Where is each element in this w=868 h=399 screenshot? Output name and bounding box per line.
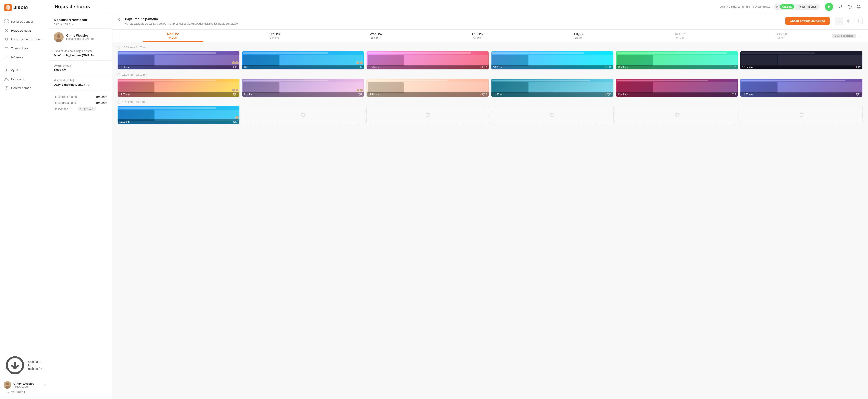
cup-icon <box>300 112 306 118</box>
day-thursday[interactable]: Thu, 25 0h 0m <box>426 30 528 42</box>
play-icon <box>828 5 831 8</box>
screenshot-overlay: 10:38 am ⚠ 2 <box>491 65 613 69</box>
add-time-button[interactable]: Añadir entrada de tiempo <box>785 17 830 25</box>
screenshot-time-10-49: 10:49 am <box>618 66 628 68</box>
user-face <box>232 61 235 64</box>
screenshot-count-badge: ⚠ 2 <box>729 93 736 96</box>
user-face <box>236 61 239 64</box>
list-view-button[interactable] <box>835 17 843 25</box>
friday-label: Fri, 26 <box>530 32 627 36</box>
schedule-select[interactable]: Daily Schedule(Default) <box>54 83 107 86</box>
next-day-button[interactable]: › <box>858 30 863 42</box>
right-panel: Capturas de pantalla Ver las capturas de… <box>112 13 868 399</box>
dollar-view-button[interactable] <box>845 17 853 25</box>
main-nav: Panel de control Hojas de horas Localiza… <box>0 15 49 352</box>
prev-day-button[interactable]: ‹ <box>117 30 122 42</box>
user-face <box>356 89 360 92</box>
day-saturday[interactable]: Sat, 27 0h 0m <box>629 30 731 42</box>
play-triangle-icon <box>776 5 779 8</box>
sidebar-item-people[interactable]: Personas <box>0 74 49 84</box>
screenshot-time-10-54: 10:54 am <box>742 66 752 68</box>
count-label: 2 <box>735 66 736 68</box>
user-face <box>360 61 363 64</box>
screenshot-11-43[interactable]: 11:43 am ⚠ 2 <box>616 78 738 97</box>
split-day-label: Dividir jornada <box>54 64 107 67</box>
panel-title: Resumen semanal <box>54 18 107 22</box>
time-block-3: 12:00 pm - 1:00 pm <box>117 100 863 124</box>
sidebar-item-dashboard[interactable]: Panel de control <box>0 17 49 26</box>
day-sunday[interactable]: Sun, 28 0h 0m <box>731 30 832 42</box>
help-icon-button[interactable] <box>846 3 854 11</box>
report-icon <box>4 55 8 59</box>
warning-icon: ⚠ <box>480 93 482 96</box>
user-faces <box>236 116 239 119</box>
days-container: Mon, 22 9h 28m Tue, 23 24h 0m Wed, 24 15… <box>122 30 832 42</box>
time-range-2: 11:00 am - 12:00 pm <box>117 73 863 76</box>
sidebar-item-reports[interactable]: Informes <box>0 53 49 62</box>
user-profile[interactable]: Ginny Weasley Hogwarts Co <box>4 381 45 389</box>
count-label: 2 <box>486 93 487 96</box>
location-icon <box>4 37 8 41</box>
screenshot-overlay: 11:07 am 2 <box>118 92 240 97</box>
screenshot-time-11-28: 11:28 am <box>368 93 379 96</box>
screenshot-10-54[interactable]: 10:54 am ⚠ 2 <box>740 51 863 70</box>
breaks-label: Descansos <box>54 107 68 111</box>
registered-hours-row: Horas registradas 49h 24m <box>54 94 107 100</box>
day-friday[interactable]: Fri, 26 0h 0m <box>528 30 629 42</box>
day-wednesday[interactable]: Wed, 24 15h 55m <box>325 30 426 42</box>
employee-card[interactable]: Ginny Weasley Fichado desde GMT+8 <box>49 29 112 46</box>
sidebar-item-timesheets[interactable]: Hojas de horas <box>0 26 49 35</box>
screenshot-thumb-11-28: 11:28 am ⚠ 2 <box>367 79 489 97</box>
screenshot-count-badge: ⚠ 2 <box>604 93 612 96</box>
topbar-icons <box>837 3 863 11</box>
user-face <box>232 89 235 92</box>
sidebar-item-time-tracking[interactable]: Control horario <box>0 84 49 92</box>
screenshot-thumb-10-02: 10:02 am 2 <box>118 52 240 69</box>
screenshot-thumb-11-33: 11:33 am ⚠ 2 <box>491 79 613 97</box>
get-app-item[interactable]: Consigue la aplicación <box>0 352 49 378</box>
download-icon <box>4 355 26 376</box>
notifications-icon-button[interactable] <box>855 3 863 11</box>
screenshot-11-12[interactable]: 11:12 am 2 <box>242 78 364 97</box>
screenshot-10-49[interactable]: 10:49 am ⚠ 2 <box>616 51 738 70</box>
main-content: Hojas de horas Última salida 15:55, últi… <box>49 0 868 399</box>
sunday-hours: 0h 0m <box>732 36 830 39</box>
worked-hours-label: Horas trabajadas <box>54 101 76 104</box>
warning-icon: ⚠ <box>729 66 731 68</box>
play-button[interactable] <box>825 3 833 11</box>
monitor-icon <box>607 93 610 96</box>
screenshot-overlay: 11:12 am 2 <box>242 92 364 97</box>
back-button[interactable] <box>117 17 121 22</box>
sidebar: Jibble Panel de control Hojas de horas <box>0 0 49 399</box>
warning-icon: ⚠ <box>854 93 856 96</box>
day-monday[interactable]: Mon, 22 9h 28m <box>122 30 224 42</box>
screenshot-11-57[interactable]: 11:57 am ⚠ 2 <box>740 78 863 97</box>
screenshot-count-badge: ⚠ 2 <box>480 93 487 96</box>
screenshot-10-02[interactable]: 10:02 am 2 <box>117 51 240 70</box>
screenshot-11-33[interactable]: 11:33 am ⚠ 2 <box>491 78 614 97</box>
screenshot-10-38[interactable]: 10:38 am ⚠ 2 <box>491 51 614 70</box>
user-icon-button[interactable] <box>837 3 845 11</box>
collapse-button[interactable]: « COLAPSAR <box>4 389 45 396</box>
sidebar-item-settings[interactable]: Ajustes <box>0 66 49 74</box>
friday-hours: 0h 0m <box>530 36 627 39</box>
screenshots-desc: Ver las capturas de pantalla de los miem… <box>125 22 782 26</box>
bell-icon <box>856 4 861 9</box>
settings-view-button[interactable] <box>855 17 863 25</box>
screenshot-10-23[interactable]: 10:23 am ⚠ 2 <box>366 51 489 70</box>
svg-point-17 <box>840 5 842 7</box>
logo-container[interactable]: Jibble <box>0 0 49 15</box>
split-day-value: 12:00 am <box>54 68 107 72</box>
day-tuesday[interactable]: Tue, 23 24h 0m <box>224 30 325 42</box>
sidebar-item-time-off[interactable]: Tiempo libre <box>0 44 49 53</box>
sidebar-item-live-locations[interactable]: Localizaciones en vivo <box>0 35 49 44</box>
screenshot-12-02[interactable]: 12:02 pm 2 <box>117 106 240 124</box>
screenshot-11-28[interactable]: 11:28 am ⚠ 2 <box>366 78 489 97</box>
back-arrow-icon <box>117 18 121 22</box>
left-panel: Resumen semanal 22 Apr - 28 Apr Ginny We… <box>49 13 112 399</box>
thursday-hours: 0h 0m <box>428 36 526 39</box>
screenshot-11-07[interactable]: 11:07 am 2 <box>117 78 240 97</box>
warning-icon: ⚠ <box>854 66 856 68</box>
screenshot-10-15[interactable]: 10:15 am 2 <box>242 51 364 70</box>
svg-rect-7 <box>5 47 8 50</box>
